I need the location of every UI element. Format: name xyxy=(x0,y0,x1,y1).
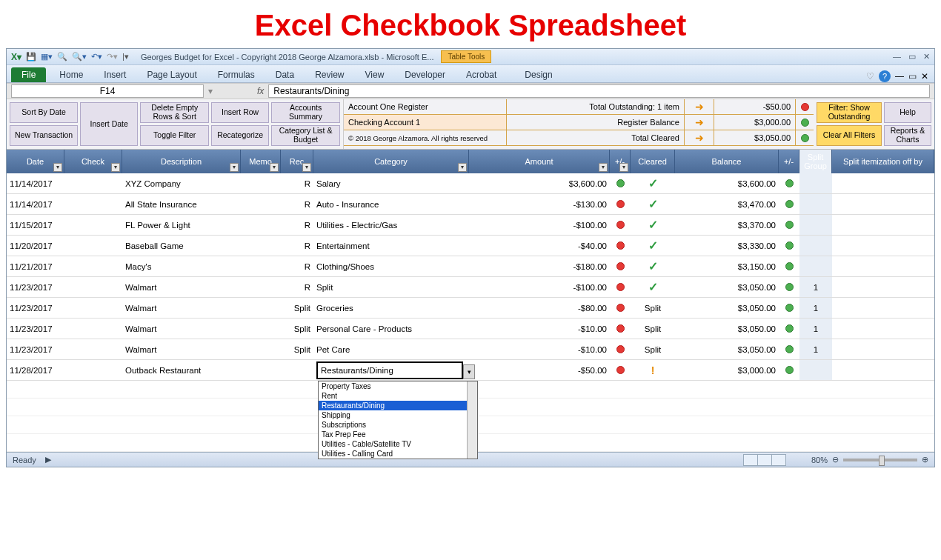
filter-dropdown-icon[interactable]: ▾ xyxy=(111,163,120,172)
tab-acrobat[interactable]: Acrobat xyxy=(456,67,507,82)
cell-memo[interactable] xyxy=(241,339,281,359)
cell-cleared[interactable]: Split xyxy=(631,319,675,339)
cell-rec[interactable]: Split xyxy=(281,319,313,339)
cell-split-group[interactable]: 1 xyxy=(799,339,832,359)
name-box[interactable]: F14 xyxy=(11,84,204,98)
dropdown-option[interactable]: Property Taxes xyxy=(319,381,477,391)
tab-insert[interactable]: Insert xyxy=(93,67,136,82)
view-normal-button[interactable] xyxy=(743,454,758,466)
cell-description[interactable]: Outback Restaurant xyxy=(122,360,241,380)
delete-empty-button[interactable]: Delete Empty Rows & Sort xyxy=(140,102,209,123)
filter-dropdown-icon[interactable]: ▾ xyxy=(619,163,628,172)
save-icon[interactable]: 💾 xyxy=(26,52,36,61)
scrollbar[interactable] xyxy=(467,381,477,459)
table-row[interactable]: 11/14/2017XYZ CompanyRSalary$3,600.00✓$3… xyxy=(7,173,934,194)
cell-split-group[interactable] xyxy=(799,236,832,256)
table-tools-tab[interactable]: Table Tools xyxy=(441,50,491,63)
filter-outstanding-button[interactable]: Filter: Show Outstanding xyxy=(817,102,882,123)
cell-category[interactable]: Auto - Insurance xyxy=(313,194,469,214)
tab-developer[interactable]: Developer xyxy=(394,67,456,82)
filter-dropdown-icon[interactable]: ▾ xyxy=(230,163,239,172)
view-break-button[interactable] xyxy=(771,454,786,466)
inner-restore-icon[interactable]: ▭ xyxy=(908,71,917,81)
cell-balance[interactable]: $3,050.00 xyxy=(675,277,779,297)
table-row[interactable]: 11/23/2017WalmartSplitPet Care-$10.00Spl… xyxy=(7,339,934,360)
tab-file[interactable]: File xyxy=(11,67,46,82)
zoom-out-button[interactable]: ⊖ xyxy=(832,455,839,464)
cell-split-item[interactable] xyxy=(832,339,934,359)
zoom-in-button[interactable]: ⊕ xyxy=(922,455,928,464)
cell-category[interactable]: Groceries xyxy=(313,298,469,318)
filter-dropdown-icon[interactable]: ▾ xyxy=(53,163,62,172)
header-memo[interactable]: Memo▾ xyxy=(241,150,281,173)
cell-balance[interactable]: $3,050.00 xyxy=(675,298,779,318)
header-split-group[interactable]: Split Group xyxy=(799,150,832,173)
header-balance[interactable]: Balance xyxy=(675,150,779,173)
help-button[interactable]: Help xyxy=(884,102,931,123)
cell-cleared[interactable]: Split xyxy=(631,298,675,318)
table-row[interactable]: 11/20/2017Baseball GameREntertainment-$4… xyxy=(7,236,934,256)
tab-formulas[interactable]: Formulas xyxy=(207,67,265,82)
header-description[interactable]: Description▾ xyxy=(122,150,241,173)
cell-split-item[interactable] xyxy=(832,256,934,276)
cell-memo[interactable] xyxy=(241,256,281,276)
toggle-filter-button[interactable]: Toggle Filter xyxy=(140,125,209,146)
cell-date[interactable]: 11/21/2017 xyxy=(7,256,64,276)
cell-amount[interactable]: -$50.00 xyxy=(469,360,610,380)
ribbon-min-icon[interactable]: — xyxy=(895,71,904,81)
cell-description[interactable]: Baseball Game xyxy=(122,236,241,256)
help-icon[interactable]: ? xyxy=(879,70,891,82)
tab-view[interactable]: View xyxy=(355,67,395,82)
filter-dropdown-icon[interactable]: ▾ xyxy=(270,163,279,172)
cell-amount[interactable]: -$80.00 xyxy=(469,298,610,318)
cell-split-item[interactable] xyxy=(832,360,934,380)
cell-split-item[interactable] xyxy=(832,215,934,235)
cell-amount[interactable]: -$130.00 xyxy=(469,194,610,214)
cell-split-group[interactable] xyxy=(799,173,832,193)
cell-rec[interactable]: R xyxy=(281,236,313,256)
filter-dropdown-icon[interactable]: ▾ xyxy=(458,163,467,172)
tab-data[interactable]: Data xyxy=(265,67,305,82)
filter-dropdown-icon[interactable]: ▾ xyxy=(302,163,311,172)
tab-home[interactable]: Home xyxy=(49,67,93,82)
cell-balance[interactable]: $3,050.00 xyxy=(675,339,779,359)
dropdown-option[interactable]: Restaurants/Dining xyxy=(319,401,477,410)
heart-icon[interactable]: ♡ xyxy=(866,71,874,81)
header-amount[interactable]: Amount▾ xyxy=(469,150,610,173)
cell-check[interactable] xyxy=(64,277,122,297)
binoculars-2-icon[interactable]: 🔍▾ xyxy=(72,52,87,61)
dropdown-option[interactable]: Utilities - Calling Card xyxy=(319,449,477,459)
cell-amount[interactable]: -$180.00 xyxy=(469,256,610,276)
cell-balance[interactable]: $3,050.00 xyxy=(675,319,779,339)
insert-date-button[interactable]: Insert Date xyxy=(80,102,138,146)
cell-rec[interactable]: R xyxy=(281,277,313,297)
cell-memo[interactable] xyxy=(241,215,281,235)
cell-amount[interactable]: -$100.00 xyxy=(469,277,610,297)
cell-cleared[interactable]: ✓ xyxy=(631,236,675,256)
cell-amount[interactable]: -$10.00 xyxy=(469,319,610,339)
cell-date[interactable]: 11/15/2017 xyxy=(7,215,64,235)
table-row[interactable]: 11/28/2017Outback RestaurantRestaurants/… xyxy=(7,360,934,381)
cell-cleared[interactable]: ! xyxy=(631,360,675,380)
cell-category[interactable]: Split xyxy=(313,277,469,297)
cell-memo[interactable] xyxy=(241,319,281,339)
tab-page-layout[interactable]: Page Layout xyxy=(136,67,207,82)
cell-rec[interactable]: Split xyxy=(281,298,313,318)
cell-rec[interactable]: Split xyxy=(281,339,313,359)
minimize-icon[interactable]: — xyxy=(893,52,901,61)
dropdown-option[interactable]: Subscriptions xyxy=(319,420,477,430)
cell-check[interactable] xyxy=(64,319,122,339)
cell-date[interactable]: 11/28/2017 xyxy=(7,360,64,380)
tab-design[interactable]: Design xyxy=(514,67,562,82)
cell-balance[interactable]: $3,330.00 xyxy=(675,236,779,256)
restore-icon[interactable]: ▭ xyxy=(908,52,916,61)
cell-cleared[interactable]: ✓ xyxy=(631,173,675,193)
recategorize-button[interactable]: Recategorize xyxy=(211,125,269,146)
header-split-itemization[interactable]: Split itemization off by xyxy=(832,150,934,173)
macro-icon[interactable]: ▶ xyxy=(45,455,51,464)
cell-split-item[interactable] xyxy=(832,277,934,297)
insert-row-button[interactable]: Insert Row xyxy=(211,102,269,123)
cell-split-item[interactable] xyxy=(832,298,934,318)
cell-balance[interactable]: $3,470.00 xyxy=(675,194,779,214)
table-row[interactable]: 11/23/2017WalmartSplitPersonal Care - Pr… xyxy=(7,319,934,339)
